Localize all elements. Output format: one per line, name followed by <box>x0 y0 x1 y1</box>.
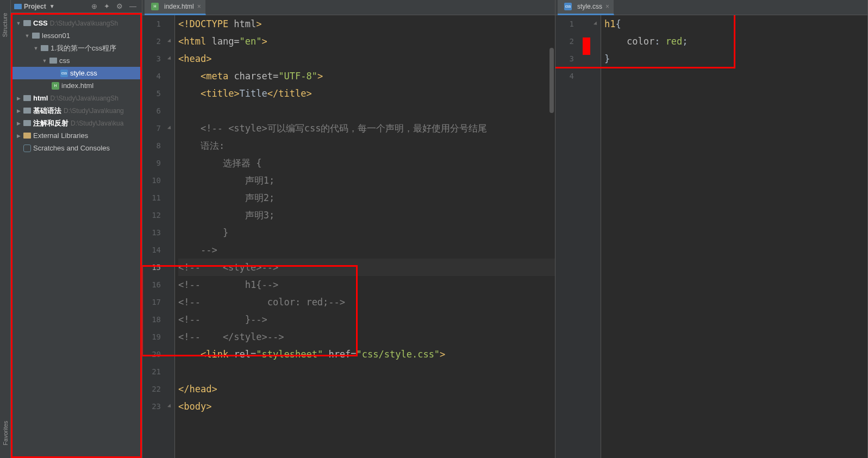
code-line[interactable]: color: red; <box>604 33 867 50</box>
left-line-gutter: 1234567891011121314151617181920212223 <box>142 15 167 458</box>
left-code-lines[interactable]: <!DOCTYPE html><html lang="en"><head> <m… <box>175 15 555 458</box>
code-line[interactable] <box>178 363 555 380</box>
tab-style-css[interactable]: css style.css × <box>558 0 614 15</box>
code-line[interactable]: <link rel="stylesheet" href="css/style.c… <box>178 346 555 363</box>
project-icon <box>14 4 22 9</box>
folder-icon <box>23 120 31 126</box>
folder-icon <box>23 95 31 101</box>
tree-basic-syntax[interactable]: ▶ 基础语法 D:\Study\Java\kuang <box>13 104 140 117</box>
right-tabbar: css style.css × <box>555 0 867 15</box>
close-icon[interactable]: × <box>605 3 609 10</box>
structure-tool-button[interactable]: Structure <box>2 13 9 37</box>
code-line[interactable]: <!DOCTYPE html> <box>178 15 555 33</box>
left-tool-strip: Structure Favorites <box>0 0 11 458</box>
right-fold-gutter[interactable] <box>594 15 601 458</box>
hide-icon[interactable]: — <box>127 2 139 10</box>
tree-html-module[interactable]: ▶ html D:\Study\Java\kuangSh <box>13 92 140 104</box>
folder-icon <box>41 45 48 51</box>
code-line[interactable]: 语法: <box>178 137 555 154</box>
left-code-area[interactable]: 1234567891011121314151617181920212223 <!… <box>142 15 555 458</box>
tab-index-html[interactable]: H index.html × <box>145 0 206 15</box>
folder-icon <box>23 20 31 26</box>
left-editor-pane: H index.html × 1234567891011121314151617… <box>142 0 555 458</box>
css-file-icon: css <box>60 70 68 77</box>
right-line-gutter: 1234 <box>555 15 580 458</box>
right-code-lines[interactable]: h1{ color: red;} <box>601 15 867 458</box>
right-color-gutter <box>580 15 594 458</box>
code-line[interactable]: } <box>178 224 555 241</box>
html-file-icon: H <box>52 82 59 90</box>
favorites-tool-button[interactable]: Favorites <box>2 421 9 445</box>
project-panel: Project ▼ ⊕ ✦ ⚙ — ▼ CSS D:\Study\Java\ku… <box>11 0 142 458</box>
tree-index-html[interactable]: H index.html <box>13 79 140 92</box>
code-line[interactable]: </head> <box>178 380 555 398</box>
left-fold-gutter[interactable] <box>167 15 175 458</box>
tree-style-css[interactable]: css style.css <box>13 67 140 79</box>
right-code-area[interactable]: 1234 h1{ color: red;} <box>555 15 867 458</box>
project-tree[interactable]: ▼ CSS D:\Study\Java\kuangSh ▼ lesson01 ▼… <box>11 13 142 458</box>
tree-first-css-program[interactable]: ▼ 1.我的第一个css程序 <box>13 42 140 54</box>
folder-icon <box>49 58 57 64</box>
code-line[interactable]: <!-- color: red;--> <box>178 293 555 311</box>
scratches-icon <box>23 145 31 152</box>
code-line[interactable]: 选择器 { <box>178 154 555 172</box>
code-line[interactable] <box>178 102 555 120</box>
code-line[interactable]: <!-- <style>可以编写css的代码，每一个声明，最好使用分号结尾 <box>178 120 555 137</box>
locate-icon[interactable]: ⊕ <box>89 2 99 10</box>
folder-icon <box>23 108 31 114</box>
tree-external-libraries[interactable]: ▶ External Libraries <box>13 129 140 142</box>
code-line[interactable]: <meta charset="UTF-8"> <box>178 67 555 85</box>
left-tabbar: H index.html × <box>142 0 555 15</box>
code-line[interactable]: 声明1; <box>178 172 555 189</box>
code-line[interactable]: <!-- </style>--> <box>178 328 555 346</box>
code-line[interactable]: <!-- <style>--> <box>178 259 555 276</box>
right-editor-pane: css style.css × 1234 h1{ color: red;} <box>555 0 868 458</box>
expand-icon[interactable]: ✦ <box>102 2 112 10</box>
editors-container: H index.html × 1234567891011121314151617… <box>142 0 868 458</box>
code-line[interactable]: <head> <box>178 50 555 67</box>
chevron-down-icon[interactable]: ▼ <box>49 3 55 9</box>
scrollbar-vertical[interactable] <box>549 48 554 113</box>
gear-icon[interactable]: ⚙ <box>114 2 125 10</box>
tree-lesson01[interactable]: ▼ lesson01 <box>13 29 140 42</box>
code-line[interactable]: <html lang="en"> <box>178 33 555 50</box>
tree-scratches[interactable]: ▶ Scratches and Consoles <box>13 142 140 154</box>
css-file-icon: css <box>564 3 572 10</box>
code-line[interactable]: } <box>604 50 867 67</box>
close-icon[interactable]: × <box>197 3 201 10</box>
folder-icon <box>32 33 40 39</box>
tree-root-css[interactable]: ▼ CSS D:\Study\Java\kuangSh <box>13 17 140 29</box>
html-file-icon: H <box>151 3 159 10</box>
project-panel-title[interactable]: Project <box>24 3 46 10</box>
library-icon <box>23 133 31 139</box>
code-line[interactable]: h1{ <box>604 15 867 33</box>
tree-annotation-reflection[interactable]: ▶ 注解和反射 D:\Study\Java\kua <box>13 117 140 129</box>
code-line[interactable]: <title>Title</title> <box>178 85 555 102</box>
code-line[interactable]: 声明2; <box>178 189 555 206</box>
code-line[interactable] <box>604 67 867 85</box>
code-line[interactable]: <body> <box>178 398 555 415</box>
code-line[interactable]: <!-- h1{--> <box>178 276 555 293</box>
code-line[interactable]: --> <box>178 241 555 259</box>
project-panel-header: Project ▼ ⊕ ✦ ⚙ — <box>11 0 142 13</box>
tree-css-folder[interactable]: ▼ css <box>13 54 140 67</box>
code-line[interactable]: 声明3; <box>178 206 555 224</box>
code-line[interactable]: <!-- }--> <box>178 311 555 328</box>
